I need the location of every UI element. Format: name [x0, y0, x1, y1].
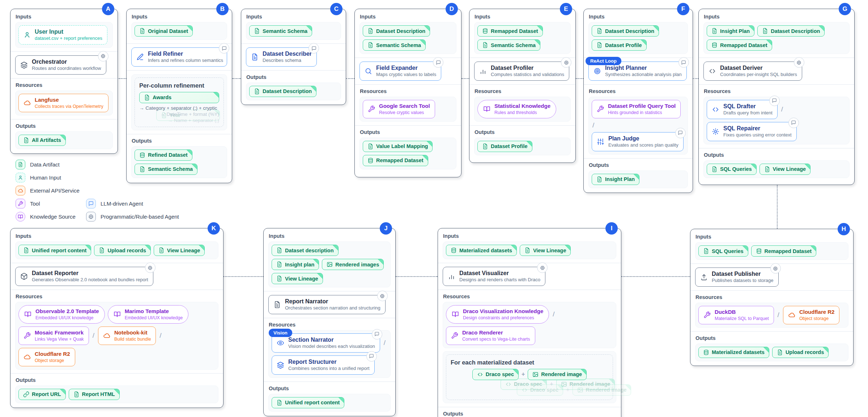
- legend-item-programmatic-rule-based-agent: Programmatic/Rule-based Agent: [86, 212, 179, 222]
- rendered-images-badge: Rendered images: [322, 259, 384, 270]
- card-text: Plan JudgeEvaluates and scores plan qual…: [608, 135, 678, 148]
- card-subtitle: Orchestrates section narration and struc…: [285, 305, 380, 311]
- card-title: Dataset Profile Query Tool: [608, 103, 676, 110]
- db-icon: [711, 42, 718, 48]
- pencil-icon: [136, 53, 144, 61]
- card-text: Marimo TemplateEmbedded UI/UX knowledge: [125, 308, 183, 321]
- section-box: LangfuseCollects traces via OpenTelemetr…: [15, 90, 113, 115]
- badge-label: Remapped Dataset: [765, 248, 812, 254]
- badge-label: Draco spec: [486, 371, 514, 377]
- user-icon: [18, 175, 23, 180]
- card-text: LangfuseCollects traces via OpenTelemetr…: [35, 97, 103, 109]
- file-icon: [276, 261, 282, 268]
- file-icon: [99, 247, 105, 253]
- target-icon: [593, 67, 601, 75]
- file-icon: [482, 143, 488, 149]
- legend-item-llm-driven-agent: LLM-driven Agent: [86, 199, 179, 208]
- book-icon: [114, 311, 121, 318]
- card-text: Notebook-kitBuild static bundle: [114, 329, 151, 342]
- card-title: Dataset Visualizer: [459, 270, 540, 277]
- layers-icon: [20, 61, 28, 69]
- panel-G: GInputsInsight PlanDataset DescriptionRe…: [698, 9, 855, 185]
- section-label: Outputs: [16, 377, 218, 383]
- loop-note: → DateTime + format (%Y): [139, 111, 219, 117]
- section-label: Inputs: [269, 233, 390, 239]
- legend-swatch: [86, 199, 96, 208]
- slash-separator: /: [159, 332, 161, 340]
- chat-icon: [791, 120, 796, 125]
- slash-separator: /: [93, 332, 94, 340]
- sql-drafter-card: SQL DrafterDrafts query from intent: [707, 100, 778, 119]
- badge-label: Rendered image: [586, 387, 627, 393]
- legend-swatch: [16, 160, 25, 169]
- panel-letter-badge: I: [605, 222, 618, 235]
- badge-label: Awards: [153, 94, 171, 100]
- badge-label: View Lineage: [167, 248, 200, 253]
- dataset-description-badge: Dataset Description: [757, 25, 825, 37]
- card-text: DuckDBMaterialize SQL to Parquet: [715, 309, 769, 321]
- chip-corner-badge: [561, 57, 571, 68]
- chip-corner-badge: [794, 57, 804, 68]
- sql-repairer-card: SQL RepairerFixes queries using error co…: [707, 122, 797, 141]
- book-icon: [452, 311, 459, 318]
- panel-E: EInputsRemapped DatasetSemantic SchemaDa…: [469, 9, 576, 163]
- semantic-schema-badge: Semantic Schema: [477, 39, 540, 51]
- section-box: Original Dataset: [131, 22, 227, 40]
- legend-swatch: [16, 186, 25, 195]
- dataset-publisher-card: Dataset PublisherPublishes datasets to s…: [695, 268, 779, 287]
- chip-icon: [148, 265, 153, 270]
- panel-I: IInputsMaterialized datasetsView Lineage…: [438, 228, 621, 417]
- chip-icon: [564, 60, 569, 65]
- card-subtitle: Rules and thresholds: [494, 110, 550, 115]
- dotted-connector: [576, 78, 583, 79]
- draco-visualization-knowledge-card: Draco Visualization KnowledgeDesign cons…: [446, 305, 549, 324]
- google-search-tool-card: Google Search ToolResolve cryptic values: [363, 100, 435, 118]
- legend-swatch: [16, 199, 25, 208]
- chip-icon: [773, 266, 778, 271]
- panel-B: BInputsOriginal DatasetField RefinerInfe…: [126, 9, 232, 183]
- upload-records-badge: Upload records: [772, 347, 829, 358]
- wrench-icon: [451, 332, 458, 339]
- image-icon: [577, 387, 583, 393]
- panel-letter-badge: J: [380, 222, 392, 235]
- loop-note: → Name + separator (;): [139, 118, 219, 123]
- cloud-icon: [18, 188, 23, 193]
- badge-label: Semantic Schema: [148, 166, 193, 172]
- remapped-dataset-badge: Remapped Dataset: [707, 39, 772, 51]
- card-title: Notebook-kit: [114, 329, 151, 336]
- refined-dataset-badge: Refined Dataset: [135, 149, 192, 161]
- legend-label: Programmatic/Rule-based Agent: [101, 214, 179, 220]
- dataset-profile-query-tool-card: Dataset Profile Query ToolHints grounded…: [592, 100, 681, 118]
- section-divider: [10, 78, 118, 79]
- badge-label: Dataset Description: [605, 28, 654, 34]
- loop-box-for-each-materialized-dataset: For each materialized datasetDraco spec+…: [446, 354, 613, 400]
- card-title: Statistical Knowledge: [494, 103, 550, 110]
- chart-icon: [479, 67, 487, 75]
- panel-D: DInputsDataset DescriptionSemantic Schem…: [354, 9, 461, 177]
- slash-separator: /: [592, 121, 594, 129]
- section-divider: [469, 125, 575, 126]
- card-text: User Inputdataset.csv + report preferenc…: [35, 28, 102, 42]
- badge-label: Rendered image: [541, 371, 582, 377]
- chart-icon: [448, 273, 455, 280]
- file-icon: [276, 247, 282, 253]
- card-subtitle: Combines sections into a unified report: [288, 366, 370, 372]
- db-icon: [451, 247, 457, 253]
- chat-corner-badge: [219, 43, 229, 54]
- section-divider: [127, 43, 232, 44]
- badge-label: Upload records: [786, 349, 824, 355]
- badge-label: Unified report content: [32, 248, 86, 253]
- badge-label: Unified report content: [285, 400, 340, 405]
- section-box: SQL QueriesView Lineage: [703, 160, 850, 178]
- chip-icon: [380, 294, 385, 299]
- sliders-icon: [597, 138, 604, 146]
- dataset-deriver-card: Dataset DeriverCoordinates per-insight S…: [703, 62, 802, 81]
- field-refiner-card: Field RefinerInfers and refines column s…: [131, 47, 227, 67]
- agent-row: Report NarratorOrchestrates section narr…: [268, 295, 391, 314]
- section-label: Resources: [695, 294, 848, 300]
- db-icon: [367, 157, 374, 164]
- legend-swatch: [16, 212, 25, 222]
- badge-label: Dataset Profile: [491, 143, 528, 149]
- badge-label: Report URL: [32, 391, 61, 397]
- card-title: DuckDB: [715, 309, 769, 316]
